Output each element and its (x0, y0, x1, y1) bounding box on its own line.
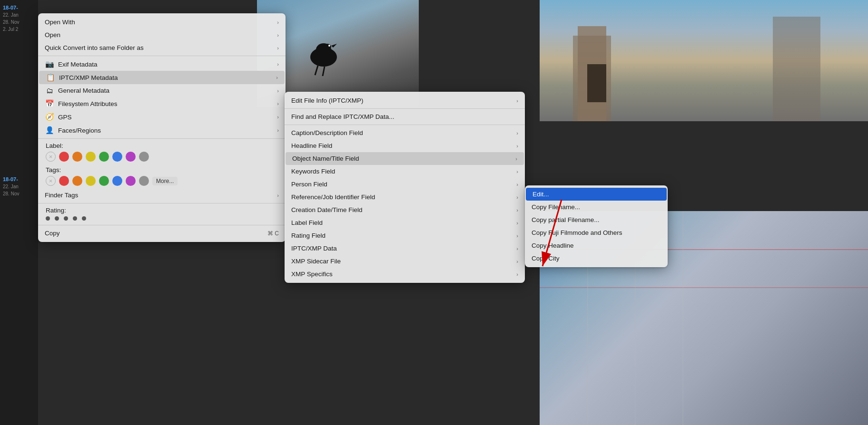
copy-partial-label: Copy partial Filename... (532, 216, 661, 223)
rating-dot-2[interactable] (55, 216, 59, 221)
menu2-divider-1 (285, 108, 525, 109)
rating-dot-4[interactable] (73, 216, 77, 221)
menu3-edit[interactable]: Edit... (526, 188, 667, 201)
menu3-copy-partial[interactable]: Copy partial Filename... (525, 213, 668, 226)
menu-item-filesystem[interactable]: 📅 Filesystem Attributes › (38, 97, 286, 110)
label-color-orange[interactable] (72, 152, 82, 162)
menu-item-iptc[interactable]: 📋 IPTC/XMP Metadata › (39, 71, 285, 84)
caption-arrow: › (516, 130, 518, 136)
menu2-rating-field[interactable]: Rating Field › (285, 229, 525, 242)
label-color-green[interactable] (99, 152, 109, 162)
menu2-find-replace[interactable]: Find and Replace IPTC/XMP Data... (285, 110, 525, 123)
exif-label: Exif Metadata (58, 61, 277, 68)
menu2-edit-file-info[interactable]: Edit File Info (IPTC/XMP) › (285, 94, 525, 107)
open-label: Open (45, 31, 277, 39)
menu2-label-field[interactable]: Label Field › (285, 216, 525, 229)
label-color-red[interactable] (59, 152, 69, 162)
menu-divider-3 (38, 203, 286, 203)
gps-arrow: › (277, 114, 279, 120)
menu3-copy-headline[interactable]: Copy Headline (525, 239, 668, 252)
sidebar-date-1[interactable]: 18-07- (0, 4, 38, 11)
sidebar: 18-07- 22. Jan 28. Nov 2. Jul 2 18-07- 2… (0, 0, 38, 425)
menu2-xmp-sidecar[interactable]: XMP Sidecar File › (285, 255, 525, 268)
menu2-headline[interactable]: Headline Field › (285, 139, 525, 152)
copy-label: Copy (45, 230, 267, 237)
svg-marker-3 (331, 44, 337, 48)
copy-fuji-label: Copy Fuji Filmmode and Others (532, 229, 661, 236)
faces-arrow: › (277, 127, 279, 133)
context-menu-2: Edit File Info (IPTC/XMP) › Find and Rep… (285, 92, 525, 283)
faces-icon: 👤 (45, 126, 54, 135)
context-menu-1: Open With › Open › Quick Convert into sa… (38, 13, 286, 242)
open-arrow: › (277, 32, 279, 38)
menu-divider-4 (38, 225, 286, 225)
creation-date-arrow: › (516, 207, 518, 213)
open-with-label: Open With (45, 19, 277, 26)
rating-dot-1[interactable] (46, 216, 50, 221)
svg-point-6 (328, 45, 330, 47)
gps-icon: 🧭 (45, 113, 54, 121)
menu2-person[interactable]: Person Field › (285, 178, 525, 191)
rating-field-arrow: › (516, 233, 518, 239)
menu2-divider-2 (285, 125, 525, 125)
sidebar-row-5: 28. Nov (0, 190, 38, 197)
tags-section-header: Tags: (38, 164, 286, 174)
quick-convert-arrow: › (277, 45, 279, 51)
tag-color-yellow[interactable] (86, 176, 96, 186)
menu-item-copy[interactable]: Copy ⌘ C (38, 227, 286, 240)
menu2-xmp-specifics[interactable]: XMP Specifics › (285, 268, 525, 280)
label-color-gray[interactable] (139, 152, 149, 162)
keywords-arrow: › (516, 169, 518, 174)
rating-dot-5[interactable] (82, 216, 86, 221)
tag-color-gray[interactable] (139, 176, 149, 186)
label-color-none[interactable]: × (46, 152, 56, 162)
sidebar-date-2[interactable]: 18-07- (0, 175, 38, 183)
sidebar-row-3: 2. Jul 2 (0, 26, 38, 33)
general-icon: 🗂 (45, 87, 54, 95)
xmp-specifics-arrow: › (516, 271, 518, 277)
menu2-iptc-xmp-data[interactable]: IPTC/XMP Data › (285, 242, 525, 255)
menu-item-gps[interactable]: 🧭 GPS › (38, 110, 286, 124)
menu-item-faces[interactable]: 👤 Faces/Regions › (38, 124, 286, 137)
object-name-label: Object Name/Title Field (292, 155, 515, 162)
finder-tags-item[interactable]: Finder Tags › (38, 189, 286, 202)
label-color-yellow[interactable] (86, 152, 96, 162)
menu-item-quick-convert[interactable]: Quick Convert into same Folder as › (38, 41, 286, 54)
label-color-purple[interactable] (126, 152, 136, 162)
menu-item-exif[interactable]: 📷 Exif Metadata › (38, 58, 286, 71)
menu2-keywords[interactable]: Keywords Field › (285, 165, 525, 178)
menu-item-open-with[interactable]: Open With › (38, 16, 286, 29)
tag-color-none[interactable]: × (46, 176, 56, 186)
person-label: Person Field (291, 181, 516, 188)
edit-label: Edit... (533, 191, 660, 198)
creation-date-label: Creation Date/Time Field (291, 206, 516, 213)
tag-color-orange[interactable] (72, 176, 82, 186)
menu-item-general[interactable]: 🗂 General Metadata › (38, 84, 286, 97)
tag-color-blue[interactable] (112, 176, 122, 186)
headline-label: Headline Field (291, 142, 516, 149)
rating-dot-3[interactable] (64, 216, 68, 221)
menu-item-open[interactable]: Open › (38, 29, 286, 41)
menu3-copy-filename[interactable]: Copy Filename... (525, 201, 668, 213)
menu2-creation-date[interactable]: Creation Date/Time Field › (285, 203, 525, 216)
faces-label: Faces/Regions (58, 127, 277, 134)
menu2-object-name[interactable]: Object Name/Title Field › (286, 152, 524, 165)
tag-color-purple[interactable] (126, 176, 136, 186)
more-tags-button[interactable]: More... (152, 177, 178, 185)
menu2-reference-job[interactable]: Reference/Job Identifier Field › (285, 191, 525, 203)
menu3-copy-fuji[interactable]: Copy Fuji Filmmode and Others (525, 226, 668, 239)
finder-tags-arrow: › (277, 193, 279, 198)
tag-color-red[interactable] (59, 176, 69, 186)
rating-field-label: Rating Field (291, 232, 516, 239)
edit-file-info-label: Edit File Info (IPTC/XMP) (291, 97, 516, 104)
menu3-copy-city[interactable]: Copy City (525, 252, 668, 265)
keywords-label: Keywords Field (291, 168, 516, 175)
menu2-caption[interactable]: Caption/Description Field › (285, 126, 525, 139)
exif-icon: 📷 (45, 60, 54, 68)
person-arrow: › (516, 182, 518, 187)
filesystem-label: Filesystem Attributes (58, 100, 277, 107)
label-color-blue[interactable] (112, 152, 122, 162)
reference-job-label: Reference/Job Identifier Field (291, 193, 516, 201)
object-name-arrow: › (515, 156, 517, 162)
tag-color-green[interactable] (99, 176, 109, 186)
